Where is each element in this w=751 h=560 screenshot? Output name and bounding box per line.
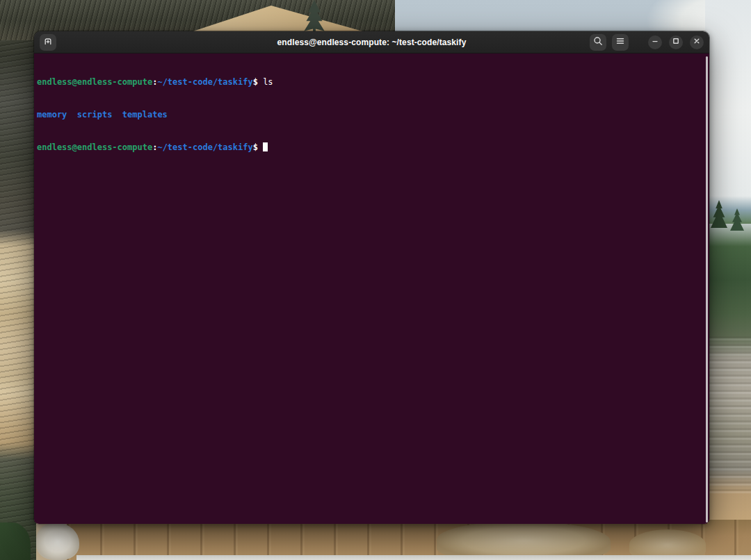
terminal-line-output: memoryscriptstemplates xyxy=(37,110,702,121)
wallpaper-cabin-left-texture xyxy=(0,0,36,560)
prompt-path: ~/test-code/taskify xyxy=(157,77,252,87)
directory-entry: scripts xyxy=(77,110,113,120)
directory-entry: memory xyxy=(37,110,67,120)
command-text: ls xyxy=(263,77,273,87)
prompt-user-host: endless@endless-compute xyxy=(37,77,152,87)
new-tab-icon xyxy=(42,35,54,49)
close-icon xyxy=(691,35,702,49)
maximize-button[interactable] xyxy=(669,35,683,49)
prompt-symbol: $ xyxy=(253,77,258,87)
minimize-button[interactable] xyxy=(648,35,662,49)
menu-icon xyxy=(615,35,626,49)
prompt-symbol: $ xyxy=(253,142,258,152)
desktop: endless@endless-compute: ~/test-code/tas… xyxy=(0,0,751,560)
prompt-path: ~/test-code/taskify xyxy=(157,142,252,152)
directory-entry: templates xyxy=(122,110,168,120)
search-icon xyxy=(592,35,604,49)
wallpaper-rocks-texture xyxy=(705,333,751,493)
wallpaper-bottom-ledge xyxy=(76,555,751,560)
minimize-icon xyxy=(649,35,661,49)
terminal-screen[interactable]: endless@endless-compute:~/test-code/task… xyxy=(34,53,709,525)
terminal-cursor xyxy=(263,142,268,151)
maximize-icon xyxy=(670,35,681,49)
wallpaper-boulder xyxy=(437,521,611,560)
titlebar-controls xyxy=(590,34,704,51)
terminal-line-prompt: endless@endless-compute:~/test-code/task… xyxy=(37,142,702,154)
terminal-line-command: endless@endless-compute:~/test-code/task… xyxy=(37,77,702,88)
titlebar[interactable]: endless@endless-compute: ~/test-code/tas… xyxy=(34,31,709,53)
search-button[interactable] xyxy=(590,34,606,51)
menu-button[interactable] xyxy=(612,34,629,51)
prompt-user-host: endless@endless-compute xyxy=(37,142,152,152)
close-button[interactable] xyxy=(690,35,704,49)
new-tab-button[interactable] xyxy=(40,34,56,51)
scrollbar[interactable] xyxy=(706,56,708,522)
terminal-window: endless@endless-compute: ~/test-code/tas… xyxy=(33,31,710,525)
